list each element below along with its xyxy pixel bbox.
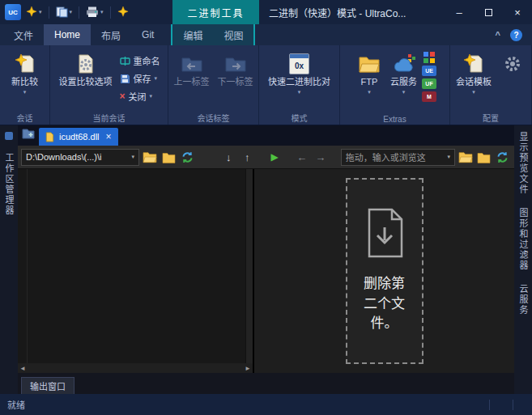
minimize-button[interactable]: – bbox=[445, 0, 474, 24]
tab-layout[interactable]: 布局 bbox=[91, 24, 131, 45]
app-logo[interactable]: UC bbox=[5, 4, 21, 20]
tab-git[interactable]: Git bbox=[131, 24, 164, 45]
caret-down-icon: ▾ bbox=[472, 88, 475, 95]
file-tab-bar: icudt68.dll × bbox=[18, 125, 514, 146]
separator bbox=[49, 6, 49, 19]
tab-file[interactable]: 文件 bbox=[3, 24, 44, 45]
documents-icon bbox=[56, 6, 68, 18]
quick-save-button[interactable]: ▾ bbox=[53, 5, 75, 19]
cloud-services-tab[interactable]: 云服务 bbox=[517, 284, 530, 315]
file-dropzone[interactable]: 删除第二个文件。 bbox=[346, 178, 423, 364]
refresh-button-right[interactable] bbox=[495, 149, 511, 165]
left-pane-hscrollbar[interactable]: ◄ ► bbox=[18, 363, 253, 373]
caret-down-icon: ▾ bbox=[132, 154, 135, 160]
start-compare-button[interactable]: ▶ bbox=[266, 149, 283, 165]
file-tab[interactable]: icudt68.dll × bbox=[39, 128, 118, 146]
open-folder-button-right[interactable] bbox=[458, 149, 474, 165]
ribbon-group-session: 新比较 ▾ 会话 bbox=[0, 45, 50, 125]
tab-edit[interactable]: 编辑 bbox=[172, 24, 213, 45]
browse-folder-button[interactable] bbox=[160, 149, 177, 165]
left-file-pane[interactable]: ◄ ► bbox=[18, 169, 254, 373]
close-icon: × bbox=[514, 6, 521, 19]
apps-grid-icon[interactable] bbox=[423, 52, 435, 63]
compare-panes: ◄ ► 删除第二个文件。 bbox=[18, 169, 514, 373]
left-pane-vscrollbar[interactable] bbox=[245, 169, 253, 363]
ultraedit-icon[interactable]: UE bbox=[422, 66, 436, 76]
right-path-input[interactable]: 拖动，输入或浏览这 ▾ bbox=[341, 149, 455, 166]
statusbar-right bbox=[489, 400, 525, 410]
ftp-button[interactable]: FTP ▾ bbox=[353, 48, 385, 112]
refresh-button[interactable] bbox=[179, 149, 195, 165]
context-tab-binary-tools[interactable]: 二进制工具 bbox=[172, 0, 259, 24]
group-label-session: 会话 bbox=[0, 112, 49, 124]
new-compare-icon bbox=[15, 52, 36, 76]
group-label-session-tabs: 会话标签 bbox=[168, 112, 258, 124]
tab-view[interactable]: 视图 bbox=[213, 24, 253, 45]
scroll-right-icon[interactable]: ► bbox=[245, 365, 251, 372]
back-button[interactable]: ← bbox=[294, 149, 310, 165]
forward-button[interactable]: → bbox=[313, 149, 329, 165]
status-text: 就绪 bbox=[7, 398, 25, 411]
save-button[interactable]: 保存 ▾ bbox=[117, 71, 163, 86]
workspace-manager-tab[interactable]: 工作区管理器 bbox=[2, 153, 15, 216]
caret-down-icon: ▾ bbox=[150, 93, 153, 100]
session-folder-icon[interactable] bbox=[22, 128, 35, 142]
browse-folder-button-right[interactable] bbox=[476, 149, 492, 165]
rename-button[interactable]: 重命名 bbox=[117, 53, 163, 68]
settings-button[interactable] bbox=[496, 48, 529, 112]
menubar-right: ^ ? bbox=[496, 24, 532, 45]
scroll-left-icon[interactable]: ◄ bbox=[19, 365, 26, 372]
merge-icon[interactable]: M bbox=[422, 91, 436, 102]
minimize-icon: – bbox=[456, 6, 462, 19]
quick-new-compare-button[interactable] bbox=[115, 5, 131, 19]
preview-files-tab[interactable]: 显示预览文件 bbox=[517, 132, 530, 195]
next-tab-icon bbox=[224, 52, 247, 76]
new-compare-button[interactable]: 新比较 ▾ bbox=[8, 48, 41, 112]
sparkle-icon bbox=[117, 6, 129, 18]
caret-down-icon: ▾ bbox=[100, 9, 104, 15]
ribbon: 新比较 ▾ 会话 设置比较选项 重命名 bbox=[0, 45, 532, 125]
cloud-services-button[interactable]: 云服务 ▾ bbox=[387, 48, 420, 112]
right-path-placeholder: 拖动，输入或浏览这 bbox=[346, 150, 426, 163]
titlebar: UC ▾ ▾ ▾ 二进制工具 二进制（快速）模式 - UltraCo... – … bbox=[0, 0, 532, 24]
output-window-tab[interactable]: 输出窗口 bbox=[21, 377, 74, 394]
center-column: icudt68.dll × D:\Downloads\(...)\i ▾ bbox=[18, 125, 514, 394]
group-label-configuration: 配置 bbox=[450, 112, 531, 124]
printer-icon bbox=[86, 6, 99, 18]
next-difference-down-button[interactable]: ↓ bbox=[220, 149, 236, 165]
close-session-button[interactable]: × 关闭 ▾ bbox=[117, 89, 163, 104]
group-label-extras: Extras bbox=[340, 115, 449, 124]
quick-new-session-button[interactable]: ▾ bbox=[23, 5, 45, 19]
session-template-button[interactable]: 会话模板 ▾ bbox=[453, 48, 495, 112]
quick-binary-compare-button[interactable]: 0x 快速二进制比对 ▾ bbox=[265, 48, 334, 112]
compare-options-button[interactable]: 设置比较选项 bbox=[56, 48, 116, 112]
collapse-ribbon-icon[interactable]: ^ bbox=[496, 30, 500, 40]
window-controls: – × bbox=[445, 0, 532, 24]
open-folder-button[interactable] bbox=[142, 149, 158, 165]
ribbon-group-extras: FTP ▾ 云服务 ▾ UE UF M Extras bbox=[340, 45, 450, 125]
separator bbox=[79, 6, 79, 19]
tab-home[interactable]: Home bbox=[44, 24, 91, 45]
workspace-manager-icon bbox=[5, 132, 13, 140]
separator bbox=[489, 400, 490, 410]
filters-tab[interactable]: 图形和过滤器 bbox=[517, 208, 530, 271]
quick-print-button[interactable]: ▾ bbox=[83, 5, 106, 19]
next-tab-button[interactable]: 下一标签 bbox=[215, 48, 257, 112]
right-file-pane[interactable]: 删除第二个文件。 bbox=[254, 169, 514, 373]
previous-tab-button[interactable]: 上一标签 bbox=[171, 48, 213, 112]
prev-difference-up-button[interactable]: ↑ bbox=[239, 149, 255, 165]
gear-icon bbox=[503, 52, 522, 76]
tab-close-icon[interactable]: × bbox=[106, 131, 112, 142]
help-icon[interactable]: ? bbox=[510, 29, 522, 41]
maximize-button[interactable] bbox=[474, 0, 503, 24]
dropzone-text: 删除第二个文件。 bbox=[361, 274, 408, 334]
left-side-strip: 工作区管理器 bbox=[0, 125, 18, 394]
file-tab-label: icudt68.dll bbox=[59, 132, 100, 142]
left-path-combo[interactable]: D:\Downloads\(...)\i ▾ bbox=[21, 149, 139, 166]
output-row: 输出窗口 bbox=[18, 373, 514, 394]
close-session-icon: × bbox=[120, 91, 126, 101]
refresh-icon bbox=[496, 150, 509, 164]
close-button[interactable]: × bbox=[503, 0, 532, 24]
maximize-icon bbox=[485, 9, 492, 16]
ultrafinder-icon[interactable]: UF bbox=[422, 78, 436, 89]
